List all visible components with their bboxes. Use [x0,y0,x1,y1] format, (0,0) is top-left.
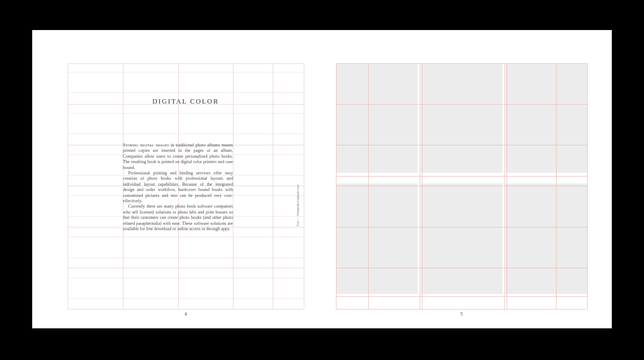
spread: DIGITAL COLOR Storing digital images in … [32,30,612,328]
stage: DIGITAL COLOR Storing digital images in … [0,0,644,360]
para-3: Currently there are many photo book soft… [123,204,233,232]
grid-box-right [336,63,587,309]
para-2: Professional printing and binding servic… [123,171,233,204]
page-number-right: 5 [336,311,587,317]
para-1: Storing digital images in traditional ph… [123,143,233,171]
page-left: DIGITAL COLOR Storing digital images in … [32,30,322,328]
page-number-left: 4 [68,311,304,317]
chapter-title: DIGITAL COLOR [68,98,304,106]
page-right: 5 [322,30,612,328]
body-column: Storing digital images in traditional ph… [123,143,233,232]
credit-line: Text — Wikipedia Unplash.com [296,167,299,226]
